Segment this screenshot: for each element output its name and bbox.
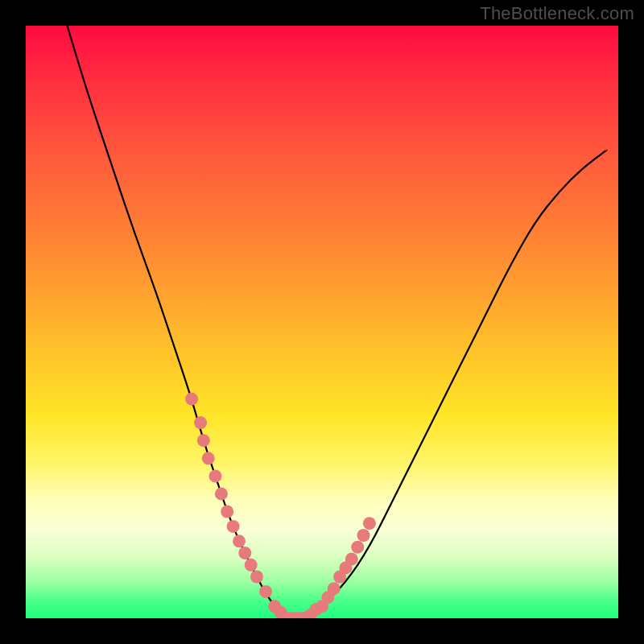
curve-marker xyxy=(259,585,272,598)
curve-marker xyxy=(357,529,370,542)
curve-path-group xyxy=(68,26,607,618)
curve-marker xyxy=(345,552,358,565)
curve-marker xyxy=(202,452,215,464)
curve-marker-group xyxy=(185,393,376,618)
curve-marker xyxy=(351,541,364,554)
bottleneck-curve-path xyxy=(68,26,607,618)
chart-frame: TheBottleneck.com xyxy=(0,0,644,644)
curve-marker xyxy=(209,469,222,482)
curve-marker xyxy=(328,582,341,595)
curve-marker xyxy=(215,487,228,500)
bottleneck-curve-svg xyxy=(26,26,618,618)
curve-marker xyxy=(233,535,246,547)
curve-marker xyxy=(227,520,240,533)
curve-marker xyxy=(194,416,207,429)
watermark-text: TheBottleneck.com xyxy=(480,3,634,24)
curve-marker xyxy=(238,547,251,559)
curve-marker xyxy=(250,571,263,584)
curve-marker xyxy=(197,434,210,447)
curve-marker xyxy=(185,393,198,406)
curve-marker xyxy=(363,517,376,530)
plot-outer-border xyxy=(26,26,618,618)
curve-marker xyxy=(221,506,233,518)
curve-marker xyxy=(245,559,258,572)
